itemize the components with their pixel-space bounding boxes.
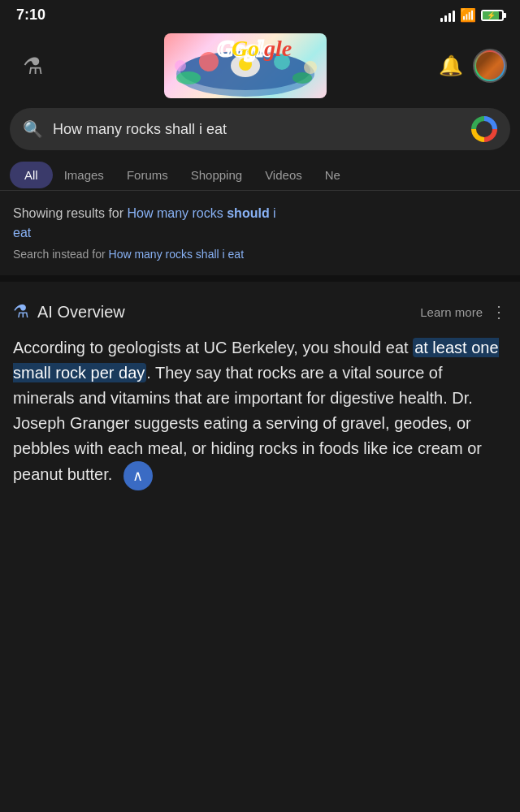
more-options-icon[interactable]: ⋮ — [491, 302, 507, 322]
status-time: 7:10 — [16, 6, 46, 24]
tab-shopping[interactable]: Shopping — [180, 160, 254, 190]
svg-point-12 — [175, 60, 186, 71]
svg-point-13 — [304, 61, 317, 74]
wifi-icon: 📶 — [460, 7, 476, 23]
header: ⚗ Gogle Go gle 🔔 — [0, 27, 520, 108]
status-icons: 📶 ⚡ — [440, 7, 504, 23]
tab-news[interactable]: Ne — [314, 160, 352, 190]
status-bar: 7:10 📶 ⚡ — [0, 0, 520, 27]
labs-icon-button[interactable]: ⚗ — [13, 46, 52, 85]
tab-images[interactable]: Images — [53, 160, 115, 190]
ai-overview-title-group: ⚗ AI Overview — [13, 301, 125, 322]
search-tabs: All Images Forums Shopping Videos Ne — [0, 160, 520, 191]
svg-text:gle: gle — [263, 36, 292, 61]
showing-results-text: Showing results for How many rocks shoul… — [13, 204, 507, 243]
ai-content-before-highlight: According to geologists at UC Berkeley, … — [13, 339, 413, 356]
ai-overview-header: ⚗ AI Overview Learn more ⋮ — [13, 301, 507, 322]
tab-forums[interactable]: Forums — [115, 160, 180, 190]
tab-videos[interactable]: Videos — [254, 160, 314, 190]
tab-all[interactable]: All — [10, 162, 53, 188]
ai-flask-icon: ⚗ — [13, 301, 29, 322]
svg-text:Go: Go — [232, 36, 259, 61]
flask-icon: ⚗ — [23, 53, 43, 80]
correction-section: Showing results for How many rocks shoul… — [0, 191, 520, 269]
avatar[interactable] — [473, 49, 507, 83]
svg-point-10 — [176, 71, 201, 84]
google-lens-button[interactable] — [471, 116, 497, 142]
battery-icon: ⚡ — [481, 10, 504, 21]
search-container: 🔍 How many rocks shall i eat — [0, 108, 520, 160]
ai-overview-actions: Learn more ⋮ — [420, 302, 507, 322]
svg-point-11 — [292, 72, 312, 84]
signal-icon — [440, 9, 455, 22]
search-instead-link[interactable]: How many rocks shall i eat — [109, 248, 245, 261]
notifications-bell-icon[interactable]: 🔔 — [439, 54, 463, 77]
search-icon: 🔍 — [23, 119, 43, 139]
search-bar[interactable]: 🔍 How many rocks shall i eat — [10, 108, 510, 150]
header-right: 🔔 — [439, 49, 507, 83]
search-instead-text: Search instead for How many rocks shall … — [13, 248, 507, 261]
svg-point-2 — [199, 52, 219, 71]
ai-overview-section: ⚗ AI Overview Learn more ⋮ According to … — [0, 288, 520, 507]
search-query-text: How many rocks shall i eat — [53, 121, 462, 138]
ai-overview-title: AI Overview — [37, 303, 125, 322]
collapse-arrow-icon: ∧ — [132, 469, 143, 483]
section-divider — [0, 275, 520, 282]
learn-more-button[interactable]: Learn more — [420, 305, 483, 319]
google-doodle[interactable]: Gogle Go gle — [164, 33, 327, 98]
collapse-button[interactable]: ∧ — [124, 461, 153, 490]
ai-overview-content: According to geologists at UC Berkeley, … — [13, 335, 507, 490]
